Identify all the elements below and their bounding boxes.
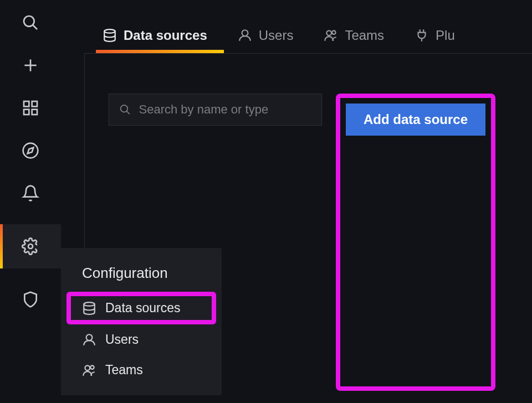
sidebar-item-alerting[interactable]: [19, 182, 42, 205]
svg-point-14: [332, 30, 336, 34]
svg-rect-4: [24, 101, 29, 106]
team-icon: [82, 363, 96, 378]
flyout-item-data-sources[interactable]: Data sources: [66, 292, 216, 324]
search-input[interactable]: [139, 102, 311, 117]
tab-users[interactable]: Users: [238, 28, 294, 51]
tab-teams[interactable]: Teams: [324, 28, 384, 51]
tab-data-sources[interactable]: Data sources: [103, 28, 207, 51]
database-icon: [82, 301, 96, 316]
svg-point-10: [28, 244, 33, 249]
sidebar-item-explore[interactable]: [19, 139, 42, 162]
flyout-item-users[interactable]: Users: [61, 324, 222, 355]
sidebar: [0, 0, 61, 403]
search-icon: [22, 14, 39, 32]
svg-point-19: [85, 365, 90, 370]
svg-rect-5: [32, 101, 37, 106]
sidebar-item-dashboards[interactable]: [19, 96, 42, 120]
tab-label: Teams: [345, 28, 384, 43]
configuration-flyout: Configuration Data sources Users Teams: [61, 248, 222, 395]
svg-point-12: [242, 30, 248, 36]
svg-point-18: [86, 334, 93, 340]
flyout-item-label: Teams: [105, 363, 143, 378]
flyout-item-teams[interactable]: Teams: [61, 355, 222, 385]
tab-label: Users: [259, 28, 294, 43]
grid-icon: [22, 99, 39, 117]
bell-icon: [22, 184, 39, 202]
gear-icon: [22, 237, 39, 255]
active-indicator: [0, 224, 3, 268]
compass-icon: [22, 142, 39, 159]
flyout-item-label: Data sources: [105, 301, 181, 316]
plug-icon: [415, 28, 429, 43]
add-data-source-button[interactable]: Add data source: [346, 104, 485, 136]
sidebar-item-search[interactable]: [19, 11, 42, 34]
svg-point-13: [327, 30, 332, 35]
search-box[interactable]: [109, 94, 322, 126]
tab-plugins[interactable]: Plu: [415, 28, 455, 51]
sidebar-item-create[interactable]: [19, 54, 42, 77]
svg-point-15: [121, 105, 128, 112]
svg-rect-7: [32, 110, 37, 115]
flyout-title: Configuration: [61, 260, 222, 292]
shield-icon: [22, 291, 39, 308]
search-icon: [119, 103, 131, 116]
svg-point-20: [90, 365, 94, 369]
flyout-item-label: Users: [105, 332, 139, 347]
user-icon: [82, 333, 96, 347]
tabs: Data sources Users Teams Plu: [61, 0, 532, 51]
tab-label: Plu: [436, 28, 455, 43]
tab-underline: [96, 50, 224, 53]
team-icon: [324, 28, 338, 43]
svg-point-17: [84, 302, 95, 306]
sidebar-item-admin[interactable]: [19, 288, 42, 311]
svg-point-11: [104, 29, 115, 33]
svg-line-1: [33, 25, 37, 29]
database-icon: [103, 28, 117, 43]
svg-rect-6: [24, 110, 29, 115]
tab-label: Data sources: [124, 28, 207, 43]
svg-marker-9: [28, 148, 34, 154]
svg-point-0: [24, 16, 34, 27]
plus-icon: [22, 56, 39, 74]
user-icon: [238, 28, 252, 43]
highlight-add-button: Add data source: [336, 94, 495, 391]
svg-line-16: [126, 111, 129, 114]
sidebar-item-configuration[interactable]: [0, 224, 61, 268]
svg-point-8: [23, 143, 38, 158]
